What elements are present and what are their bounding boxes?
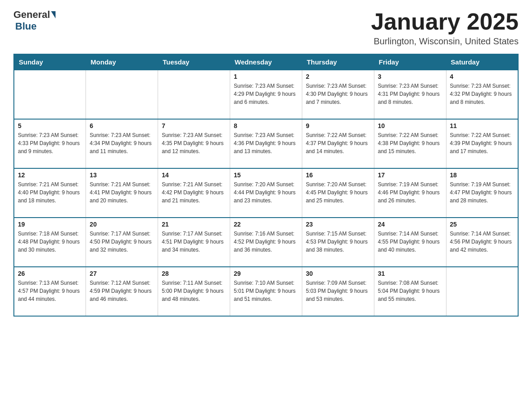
table-row: 9Sunrise: 7:22 AM Sunset: 4:37 PM Daylig…: [302, 119, 374, 168]
day-info: Sunrise: 7:18 AM Sunset: 4:48 PM Dayligh…: [18, 230, 82, 254]
calendar-header: SundayMondayTuesdayWednesdayThursdayFrid…: [14, 54, 518, 70]
day-number: 16: [306, 171, 370, 179]
table-row: 19Sunrise: 7:18 AM Sunset: 4:48 PM Dayli…: [14, 218, 86, 267]
header-cell-monday: Monday: [86, 54, 158, 70]
day-info: Sunrise: 7:14 AM Sunset: 4:56 PM Dayligh…: [450, 230, 514, 254]
day-info: Sunrise: 7:17 AM Sunset: 4:50 PM Dayligh…: [90, 230, 154, 254]
day-number: 15: [234, 171, 298, 179]
table-row: 26Sunrise: 7:13 AM Sunset: 4:57 PM Dayli…: [14, 267, 86, 316]
day-info: Sunrise: 7:16 AM Sunset: 4:52 PM Dayligh…: [234, 230, 298, 254]
title-section: January 2025 Burlington, Wisconsin, Unit…: [371, 9, 519, 47]
week-row: 26Sunrise: 7:13 AM Sunset: 4:57 PM Dayli…: [14, 267, 518, 316]
day-number: 6: [90, 122, 154, 129]
week-row: 19Sunrise: 7:18 AM Sunset: 4:48 PM Dayli…: [14, 218, 518, 267]
calendar-table: SundayMondayTuesdayWednesdayThursdayFrid…: [13, 54, 519, 317]
header-cell-saturday: Saturday: [446, 54, 518, 70]
day-info: Sunrise: 7:21 AM Sunset: 4:42 PM Dayligh…: [162, 180, 226, 205]
day-number: 9: [306, 122, 370, 129]
table-row: [158, 70, 230, 119]
location-text: Burlington, Wisconsin, United States: [371, 36, 519, 47]
day-info: Sunrise: 7:23 AM Sunset: 4:35 PM Dayligh…: [162, 131, 226, 155]
table-row: 10Sunrise: 7:22 AM Sunset: 4:38 PM Dayli…: [374, 119, 446, 168]
table-row: 25Sunrise: 7:14 AM Sunset: 4:56 PM Dayli…: [446, 218, 518, 267]
day-number: 2: [306, 73, 370, 80]
day-number: 5: [18, 122, 82, 129]
table-row: 29Sunrise: 7:10 AM Sunset: 5:01 PM Dayli…: [230, 267, 302, 316]
day-info: Sunrise: 7:12 AM Sunset: 4:59 PM Dayligh…: [90, 279, 154, 303]
table-row: 30Sunrise: 7:09 AM Sunset: 5:03 PM Dayli…: [302, 267, 374, 316]
day-number: 19: [18, 221, 82, 228]
header-cell-thursday: Thursday: [302, 54, 374, 70]
day-number: 29: [234, 270, 298, 277]
day-info: Sunrise: 7:20 AM Sunset: 4:45 PM Dayligh…: [306, 180, 370, 205]
day-info: Sunrise: 7:23 AM Sunset: 4:33 PM Dayligh…: [18, 131, 82, 155]
day-info: Sunrise: 7:22 AM Sunset: 4:37 PM Dayligh…: [306, 131, 370, 155]
day-number: 22: [234, 221, 298, 228]
day-number: 17: [378, 171, 442, 179]
logo-triangle-icon: [51, 11, 56, 18]
day-number: 1: [234, 73, 298, 80]
day-info: Sunrise: 7:10 AM Sunset: 5:01 PM Dayligh…: [234, 279, 298, 303]
table-row: 22Sunrise: 7:16 AM Sunset: 4:52 PM Dayli…: [230, 218, 302, 267]
day-number: 26: [18, 270, 82, 277]
week-row: 1Sunrise: 7:23 AM Sunset: 4:29 PM Daylig…: [14, 70, 518, 119]
day-info: Sunrise: 7:22 AM Sunset: 4:39 PM Dayligh…: [450, 131, 514, 155]
table-row: 13Sunrise: 7:21 AM Sunset: 4:41 PM Dayli…: [86, 168, 158, 218]
table-row: 20Sunrise: 7:17 AM Sunset: 4:50 PM Dayli…: [86, 218, 158, 267]
table-row: 3Sunrise: 7:23 AM Sunset: 4:31 PM Daylig…: [374, 70, 446, 119]
day-info: Sunrise: 7:23 AM Sunset: 4:36 PM Dayligh…: [234, 131, 298, 155]
week-row: 12Sunrise: 7:21 AM Sunset: 4:40 PM Dayli…: [14, 168, 518, 218]
logo: General Blue: [13, 9, 56, 32]
table-row: [14, 70, 86, 119]
table-row: [86, 70, 158, 119]
day-number: 28: [162, 270, 226, 277]
calendar-body: 1Sunrise: 7:23 AM Sunset: 4:29 PM Daylig…: [14, 70, 518, 316]
table-row: 15Sunrise: 7:20 AM Sunset: 4:44 PM Dayli…: [230, 168, 302, 218]
day-info: Sunrise: 7:23 AM Sunset: 4:34 PM Dayligh…: [90, 131, 154, 155]
day-info: Sunrise: 7:22 AM Sunset: 4:38 PM Dayligh…: [378, 131, 442, 155]
table-row: 8Sunrise: 7:23 AM Sunset: 4:36 PM Daylig…: [230, 119, 302, 168]
day-info: Sunrise: 7:21 AM Sunset: 4:41 PM Dayligh…: [90, 180, 154, 205]
table-row: 17Sunrise: 7:19 AM Sunset: 4:46 PM Dayli…: [374, 168, 446, 218]
table-row: 5Sunrise: 7:23 AM Sunset: 4:33 PM Daylig…: [14, 119, 86, 168]
day-number: 20: [90, 221, 154, 228]
day-number: 12: [18, 171, 82, 179]
day-info: Sunrise: 7:23 AM Sunset: 4:32 PM Dayligh…: [450, 82, 514, 106]
month-title: January 2025: [371, 9, 519, 34]
day-number: 24: [378, 221, 442, 228]
day-info: Sunrise: 7:19 AM Sunset: 4:46 PM Dayligh…: [378, 180, 442, 205]
table-row: 31Sunrise: 7:08 AM Sunset: 5:04 PM Dayli…: [374, 267, 446, 316]
header-cell-wednesday: Wednesday: [230, 54, 302, 70]
day-info: Sunrise: 7:21 AM Sunset: 4:40 PM Dayligh…: [18, 180, 82, 205]
table-row: 6Sunrise: 7:23 AM Sunset: 4:34 PM Daylig…: [86, 119, 158, 168]
table-row: 28Sunrise: 7:11 AM Sunset: 5:00 PM Dayli…: [158, 267, 230, 316]
day-info: Sunrise: 7:15 AM Sunset: 4:53 PM Dayligh…: [306, 230, 370, 254]
logo-blue-text: Blue: [15, 21, 37, 32]
header-cell-tuesday: Tuesday: [158, 54, 230, 70]
day-number: 30: [306, 270, 370, 277]
day-number: 4: [450, 73, 514, 80]
day-number: 27: [90, 270, 154, 277]
table-row: 1Sunrise: 7:23 AM Sunset: 4:29 PM Daylig…: [230, 70, 302, 119]
header-cell-friday: Friday: [374, 54, 446, 70]
day-info: Sunrise: 7:23 AM Sunset: 4:31 PM Dayligh…: [378, 82, 442, 106]
table-row: 16Sunrise: 7:20 AM Sunset: 4:45 PM Dayli…: [302, 168, 374, 218]
day-number: 23: [306, 221, 370, 228]
day-number: 14: [162, 171, 226, 179]
table-row: 24Sunrise: 7:14 AM Sunset: 4:55 PM Dayli…: [374, 218, 446, 267]
table-row: 18Sunrise: 7:19 AM Sunset: 4:47 PM Dayli…: [446, 168, 518, 218]
day-number: 8: [234, 122, 298, 129]
logo-general-text: General: [13, 9, 50, 21]
day-info: Sunrise: 7:17 AM Sunset: 4:51 PM Dayligh…: [162, 230, 226, 254]
day-info: Sunrise: 7:14 AM Sunset: 4:55 PM Dayligh…: [378, 230, 442, 254]
day-number: 25: [450, 221, 514, 228]
day-info: Sunrise: 7:09 AM Sunset: 5:03 PM Dayligh…: [306, 279, 370, 303]
day-number: 3: [378, 73, 442, 80]
header-row: SundayMondayTuesdayWednesdayThursdayFrid…: [14, 54, 518, 70]
day-number: 7: [162, 122, 226, 129]
day-info: Sunrise: 7:11 AM Sunset: 5:00 PM Dayligh…: [162, 279, 226, 303]
table-row: 2Sunrise: 7:23 AM Sunset: 4:30 PM Daylig…: [302, 70, 374, 119]
day-info: Sunrise: 7:19 AM Sunset: 4:47 PM Dayligh…: [450, 180, 514, 205]
table-row: 4Sunrise: 7:23 AM Sunset: 4:32 PM Daylig…: [446, 70, 518, 119]
day-number: 13: [90, 171, 154, 179]
